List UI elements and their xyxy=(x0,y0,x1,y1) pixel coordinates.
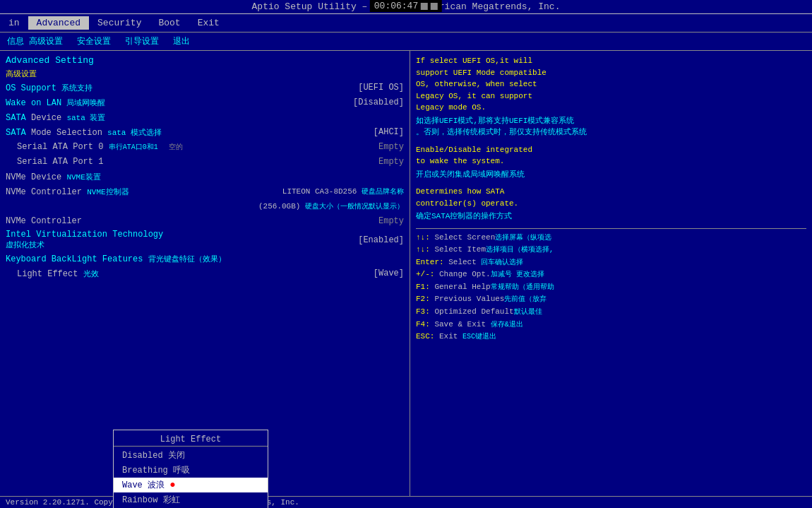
key-help-section: ↑↓: Select Screen选择屏幕（纵项选 ↑↓: Select Ite… xyxy=(416,232,806,343)
sata-mode-row[interactable]: SATA Mode Selection sata 模式选择 [AHCI] xyxy=(6,126,404,138)
menu-item-security[interactable]: Security xyxy=(89,16,150,30)
menu-bar-cn: 信息 高级设置 安全设置 引导设置 退出 xyxy=(0,33,812,51)
key-f2: F2: Previous Values先前值（放弃 xyxy=(416,293,806,306)
key-esc: ESC: Exit ESC键退出 xyxy=(416,331,806,343)
key-select-item: ↑↓: Select Item选择项目（横项选择, xyxy=(416,244,806,256)
nvme-ctrl2-value: Empty xyxy=(319,216,404,226)
light-effect-row[interactable]: Light Effect 光效 [Wave] xyxy=(6,267,404,280)
menu-item-boot[interactable]: Boot xyxy=(150,16,189,30)
sata-port0-row: Serial ATA Port 0 串行ATA口0和1 空的 Empty xyxy=(6,141,404,153)
virt-tech-row[interactable]: Intel Virtualization Technology 虚拟化技术 [E… xyxy=(6,230,404,250)
nvme-device-row: NVMe Device NVME装置 xyxy=(6,170,404,183)
sata-port1-row: Serial ATA Port 1 Empty xyxy=(6,155,404,168)
nvme-ctrl-value: LITEON CA3-8D256 硬盘品牌名称 xyxy=(282,187,404,196)
menu-item-main[interactable]: in xyxy=(0,16,28,30)
light-effect-popup: Light Effect Disabled 关闭 Breathing 呼吸 Wa… xyxy=(113,430,268,508)
help-block-2: Enable/Disable integrated to wake the sy… xyxy=(416,144,806,181)
os-support-row[interactable]: OS Support 系统支持 [UEFI OS] xyxy=(6,81,404,94)
key-change-opt: +/-: Change Opt.加减号 更改选择 xyxy=(416,268,806,281)
section-title: Advanced Setting xyxy=(6,55,404,66)
timer-pause-btn[interactable] xyxy=(431,3,438,10)
nvme-ctrl-label: NVMe Controller NVME控制器 xyxy=(6,187,282,197)
wake-lan-row[interactable]: Wake on LAN 局域网唤醒 [Disabled] xyxy=(6,96,404,109)
backlight-label: Keyboard BackLight Features 背光键盘特征（效果） xyxy=(6,254,404,264)
timer-value: 00:06:47 xyxy=(374,1,418,11)
virt-tech-label: Intel Virtualization Technology 虚拟化技术 xyxy=(6,230,319,250)
os-support-label: OS Support 系统支持 xyxy=(6,83,319,93)
sata-port0-label: Serial ATA Port 0 串行ATA口0和1 空的 xyxy=(6,142,319,152)
timer-stop-btn[interactable] xyxy=(421,3,428,10)
light-option-disabled[interactable]: Disabled 关闭 xyxy=(114,448,268,463)
help-block-3: Determines how SATA controller(s) operat… xyxy=(416,186,806,223)
section-title-cn: 高级设置 xyxy=(6,69,404,79)
timer-overlay: 00:06:47 xyxy=(370,0,442,12)
nvme-ctrl2-label: NVMe Controller xyxy=(6,216,319,226)
nvme-ctrl-row: NVMe Controller NVME控制器 LITEON CA3-8D256… xyxy=(6,185,404,198)
wake-lan-value: [Disabled] xyxy=(319,98,404,107)
key-select-screen: ↑↓: Select Screen选择屏幕（纵项选 xyxy=(416,232,806,244)
nvme-device-label: NVMe Device NVME装置 xyxy=(6,172,404,182)
sata-mode-value: [AHCI] xyxy=(319,127,404,137)
key-f4: F4: Save & Exit 保存&退出 xyxy=(416,319,806,331)
menu-cn-main[interactable]: 信息 高级设置 xyxy=(0,34,70,49)
wake-lan-label: Wake on LAN 局域网唤醒 xyxy=(6,98,319,108)
light-popup-title: Light Effect xyxy=(114,433,268,447)
menu-item-advanced[interactable]: Advanced xyxy=(28,16,89,30)
sata-port1-label: Serial ATA Port 1 xyxy=(6,157,319,167)
menu-item-exit[interactable]: Exit xyxy=(189,16,228,30)
sata-device-label: SATA Device sata 装置 xyxy=(6,112,404,123)
menu-cn-exit[interactable]: 退出 xyxy=(166,34,197,49)
nvme-ctrl2-row: NVMe Controller Empty xyxy=(6,215,404,228)
key-enter: Enter: Select 回车确认选择 xyxy=(416,256,806,269)
help-divider xyxy=(416,228,806,229)
nvme-size-row: (256.0GB) 硬盘大小（一般情况默认显示） xyxy=(6,200,404,213)
right-panel: If select UEFI OS,it will support UEFI M… xyxy=(410,51,812,508)
light-option-wave[interactable]: Wave 波浪 ● xyxy=(114,478,268,492)
main-area: Advanced Setting 高级设置 OS Support 系统支持 [U… xyxy=(0,51,812,508)
title-bar: Aptio Setup Utility – Copyr 00:06:47 18 … xyxy=(0,0,812,14)
sata-port0-value: Empty xyxy=(319,142,404,152)
nvme-size-value: (256.0GB) 硬盘大小（一般情况默认显示） xyxy=(258,201,404,211)
light-effect-value: [Wave] xyxy=(319,268,404,278)
menu-cn-boot[interactable]: 引导设置 xyxy=(118,34,166,49)
light-option-rainbow[interactable]: Rainbow 彩虹 xyxy=(114,492,268,507)
backlight-row: Keyboard BackLight Features 背光键盘特征（效果） xyxy=(6,252,404,265)
help-block-1: If select UEFI OS,it will support UEFI M… xyxy=(416,55,806,138)
menu-bar: in Advanced Security Boot Exit xyxy=(0,14,812,33)
menu-cn-security[interactable]: 安全设置 xyxy=(70,34,118,49)
key-f1: F1: General Help常规帮助（通用帮助 xyxy=(416,281,806,294)
sata-device-row: SATA Device sata 装置 xyxy=(6,111,404,124)
sata-mode-label: SATA Mode Selection sata 模式选择 xyxy=(6,127,319,138)
left-panel: Advanced Setting 高级设置 OS Support 系统支持 [U… xyxy=(0,51,410,508)
key-f3: F3: Optimized Default默认最佳 xyxy=(416,306,806,319)
sata-port1-value: Empty xyxy=(319,157,404,167)
virt-tech-value: [Enabled] xyxy=(319,235,404,245)
light-option-breathing[interactable]: Breathing 呼吸 xyxy=(114,463,268,478)
os-support-value: [UEFI OS] xyxy=(319,83,404,93)
light-effect-label: Light Effect 光效 xyxy=(6,268,319,279)
